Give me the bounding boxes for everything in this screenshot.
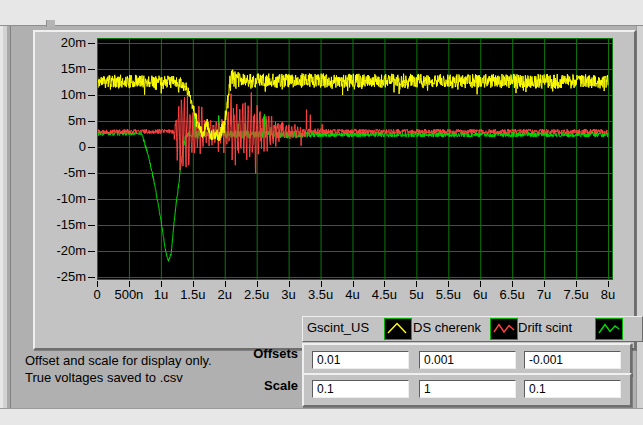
scale-input-2[interactable] xyxy=(524,380,621,398)
y-tick-mark xyxy=(88,277,95,278)
scale-cluster xyxy=(302,373,632,407)
scale-input-1[interactable] xyxy=(419,380,516,398)
y-tick-label: 20m xyxy=(42,36,86,50)
y-tick-mark xyxy=(88,199,95,200)
plot-area xyxy=(97,38,613,280)
panel-left-ridge xyxy=(0,26,11,408)
offsets-cluster xyxy=(302,343,632,376)
scale-label: Scale xyxy=(230,379,298,393)
y-tick-label: -5m xyxy=(42,166,86,180)
y-tick-mark xyxy=(88,43,95,44)
plot-sample-icon[interactable] xyxy=(595,318,623,340)
x-tick-label: 8u xyxy=(586,288,630,302)
y-tick-mark xyxy=(88,147,95,148)
offset-input-2[interactable] xyxy=(524,351,621,369)
y-tick-mark xyxy=(88,121,95,122)
plot-legend: Gscint_US DS cherenk Drift scint xyxy=(302,316,643,342)
offset-input-1[interactable] xyxy=(419,351,516,369)
y-tick-label: -20m xyxy=(42,244,86,258)
y-tick-label: 5m xyxy=(42,114,86,128)
waveform-plot xyxy=(97,38,613,280)
plot-sample-icon[interactable] xyxy=(384,318,412,340)
legend-entry-drift-scint[interactable]: Drift scint xyxy=(518,318,621,338)
y-tick-mark xyxy=(88,173,95,174)
y-tick-mark xyxy=(88,251,95,252)
labview-front-panel: 20m15m10m5m0-5m-10m-15m-20m-25m 0500n1u1… xyxy=(0,0,643,425)
note-text: Offset and scale for display only. True … xyxy=(25,352,255,386)
y-tick-mark xyxy=(88,225,95,226)
y-tick-mark xyxy=(88,69,95,70)
y-tick-label: -15m xyxy=(42,218,86,232)
y-tick-label: -10m xyxy=(42,192,86,206)
y-tick-label: -25m xyxy=(42,270,86,284)
y-tick-mark xyxy=(88,95,95,96)
offset-input-0[interactable] xyxy=(312,351,409,369)
plot-sample-icon[interactable] xyxy=(490,318,518,340)
legend-entry-ds-cherenk[interactable]: DS cherenk xyxy=(413,318,516,338)
window-right-strip xyxy=(636,26,643,408)
panel-origin-notch xyxy=(46,20,55,27)
window-bottom-strip xyxy=(0,408,643,425)
y-tick-label: 0 xyxy=(42,140,86,154)
window-top-strip xyxy=(0,0,643,26)
note-line-2: True voltages saved to .csv xyxy=(25,369,255,386)
plot-border xyxy=(98,39,613,280)
y-tick-label: 15m xyxy=(42,62,86,76)
y-tick-label: 10m xyxy=(42,88,86,102)
legend-entry-gscint-us[interactable]: Gscint_US xyxy=(307,318,410,338)
legend-entry-label: Gscint_US xyxy=(307,318,369,338)
note-line-1: Offset and scale for display only. xyxy=(25,352,255,369)
legend-entry-label: Drift scint xyxy=(518,318,572,338)
scale-input-0[interactable] xyxy=(312,380,409,398)
offsets-label: Offsets xyxy=(230,347,298,361)
legend-entry-label: DS cherenk xyxy=(413,318,481,338)
